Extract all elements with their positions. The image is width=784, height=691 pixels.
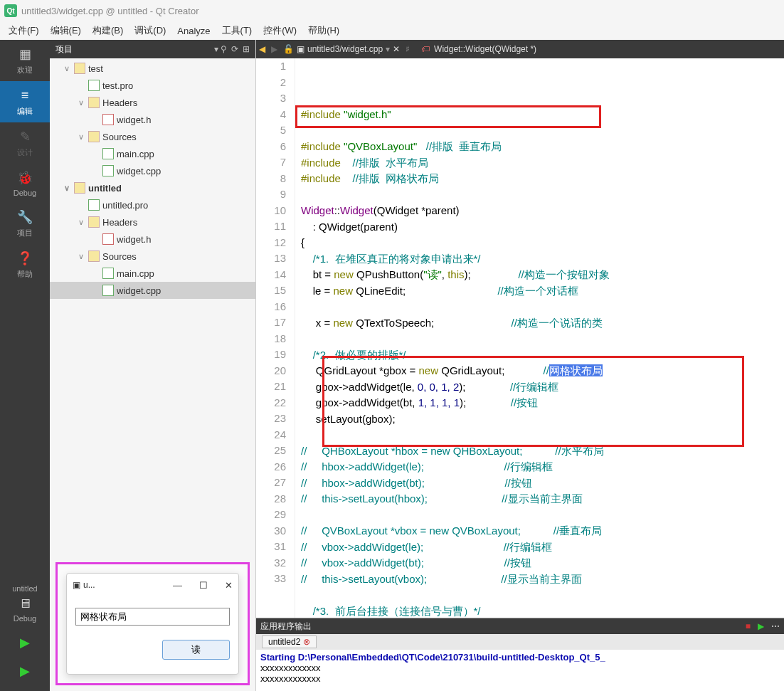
rail-run[interactable]: ▶: [0, 628, 50, 657]
rail-design[interactable]: ✎ 设计: [0, 122, 50, 164]
preview-title: u...: [83, 580, 95, 590]
preview-button[interactable]: 读: [162, 640, 230, 660]
maximize-icon[interactable]: ☐: [199, 580, 208, 591]
preview-window: ▣ u... — ☐ ✕ 读: [66, 573, 239, 675]
rail-project[interactable]: 🔧 项目: [0, 203, 50, 244]
nav-fwd-icon[interactable]: ▶: [271, 44, 277, 54]
project-panel-header: 项目 ▾ ⚲ ⟳ ⊞: [50, 40, 255, 58]
tree-item[interactable]: widget.h: [50, 231, 255, 248]
edit-icon: ≡: [16, 87, 33, 104]
menu-file[interactable]: 文件(F): [3, 23, 45, 38]
lock-icon: 🔓: [283, 44, 294, 54]
close-icon[interactable]: ✕: [225, 580, 233, 591]
project-tree[interactable]: ∨testtest.pro∨Headerswidget.h∨Sourcesmai…: [50, 58, 255, 557]
tab-close-icon[interactable]: ⊗: [303, 637, 310, 647]
tree-item[interactable]: ∨Headers: [50, 213, 255, 231]
output-tab[interactable]: untitled2 ⊗: [262, 635, 317, 648]
play-icon: ▶: [16, 634, 33, 651]
minimize-icon[interactable]: —: [173, 580, 182, 591]
mode-rail: ▦ 欢迎 ≡ 编辑 ✎ 设计 🐞 Debug 🔧 项目 ❓ 帮助: [0, 40, 50, 691]
tree-item[interactable]: main.cpp: [50, 265, 255, 282]
tree-item[interactable]: widget.h: [50, 111, 255, 128]
menu-debug[interactable]: 调试(D): [129, 23, 171, 38]
qt-logo-icon: Qt: [4, 4, 17, 17]
editor-tab[interactable]: 🔓 ▣ untitled3/widget.cpp ▾ ✕: [283, 44, 400, 54]
tree-item[interactable]: ∨Sources: [50, 128, 255, 145]
tag-icon: 🏷: [421, 44, 430, 54]
rail-edit[interactable]: ≡ 编辑: [0, 81, 50, 122]
tree-item[interactable]: ∨test: [50, 60, 255, 77]
code-body[interactable]: #include "widget.h"#include "QVBoxLayout…: [295, 58, 784, 618]
rail-target[interactable]: untitled 🖥 Debug: [0, 579, 50, 628]
titlebar: Qt untitled3/widget.cpp @ untitled - Qt …: [0, 0, 784, 21]
menubar: 文件(F) 编辑(E) 构建(B) 调试(D) Analyze 工具(T) 控件…: [0, 21, 784, 40]
tree-item[interactable]: widget.cpp: [50, 282, 255, 299]
menu-edit[interactable]: 编辑(E): [45, 23, 87, 38]
bug-icon: 🐞: [16, 169, 33, 186]
tree-item[interactable]: untitled.pro: [50, 196, 255, 213]
wrench-icon: 🔧: [16, 209, 33, 226]
rail-run-debug[interactable]: ▶: [0, 657, 50, 685]
menu-help[interactable]: 帮助(H): [302, 23, 345, 38]
expand-icon[interactable]: ⊞: [243, 44, 250, 54]
pencil-icon: ✎: [16, 128, 33, 145]
output-stop-icon[interactable]: ■: [746, 621, 751, 631]
sync-icon[interactable]: ⟳: [231, 44, 238, 54]
output-more-icon[interactable]: ⋯: [771, 621, 780, 631]
monitor-icon: 🖥: [16, 595, 33, 612]
menu-tools[interactable]: 工具(T): [216, 23, 258, 38]
line-gutter: 1234567891011121314151617181920212223242…: [256, 58, 295, 618]
menu-analyze[interactable]: Analyze: [171, 24, 216, 38]
preview-box: ▣ u... — ☐ ✕ 读: [55, 562, 250, 685]
tree-item[interactable]: widget.cpp: [50, 162, 255, 179]
output-header: 应用程序输出 ■ ▶ ⋯: [256, 618, 784, 634]
help-icon: ❓: [16, 250, 33, 267]
code-editor[interactable]: 1234567891011121314151617181920212223242…: [256, 58, 784, 618]
tree-item[interactable]: ∨Sources: [50, 248, 255, 265]
menu-controls[interactable]: 控件(W): [258, 23, 302, 38]
mini-window-icon: ▣: [73, 580, 80, 590]
output-play-icon[interactable]: ▶: [758, 621, 764, 631]
rail-welcome[interactable]: ▦ 欢迎: [0, 40, 50, 81]
editor-tabs: ◀ ▶ 🔓 ▣ untitled3/widget.cpp ▾ ✕ ♯ 🏷: [256, 40, 784, 58]
play-bug-icon: ▶: [16, 663, 33, 680]
cpp-file-icon: ▣: [297, 44, 304, 54]
tree-item[interactable]: main.cpp: [50, 145, 255, 162]
symbol-crumb[interactable]: 🏷 Widget::Widget(QWidget *): [421, 44, 536, 54]
tree-item[interactable]: ∨untitled: [50, 179, 255, 196]
rail-debug[interactable]: 🐞 Debug: [0, 164, 50, 203]
tab-close-icon[interactable]: ✕: [393, 44, 400, 54]
preview-input[interactable]: [75, 608, 230, 626]
grid-icon: ▦: [16, 46, 33, 63]
nav-back-icon[interactable]: ◀: [259, 44, 265, 54]
filter-icon[interactable]: ▾ ⚲: [214, 44, 227, 54]
output-body[interactable]: Starting D:\Personal\Embedded\QT\Code\21…: [256, 650, 784, 691]
tree-item[interactable]: ∨Headers: [50, 94, 255, 111]
window-title: untitled3/widget.cpp @ untitled - Qt Cre…: [21, 6, 199, 16]
tree-item[interactable]: test.pro: [50, 77, 255, 94]
output-panel: 应用程序输出 ■ ▶ ⋯ untitled2 ⊗: [256, 618, 784, 691]
output-tabs: untitled2 ⊗: [256, 634, 784, 650]
rail-help[interactable]: ❓ 帮助: [0, 244, 50, 285]
project-panel: 项目 ▾ ⚲ ⟳ ⊞ ∨testtest.pro∨Headerswidget.h…: [50, 40, 256, 691]
menu-build[interactable]: 构建(B): [87, 23, 129, 38]
